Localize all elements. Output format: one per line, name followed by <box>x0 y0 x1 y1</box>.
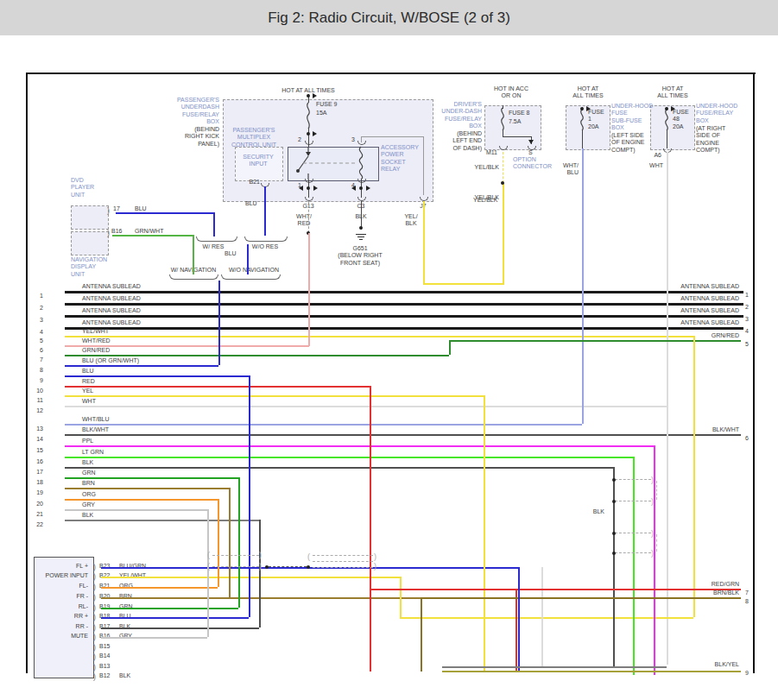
junction-dot <box>612 500 616 503</box>
wire-segment <box>101 597 421 599</box>
brace-w-navigation <box>169 274 218 280</box>
wire-segment <box>65 499 218 501</box>
wire-blk-mid: BLK <box>584 508 604 515</box>
power-pin-id: B13 <box>99 663 117 670</box>
wire-segment <box>101 617 249 619</box>
inline-connector-paren: ) <box>651 498 654 506</box>
page-title: Fig 2: Radio Circuit, W/BOSE (2 of 3) <box>0 0 778 35</box>
row-number: 3 <box>29 317 43 323</box>
wire-segment <box>249 375 250 617</box>
branch-wo-navigation: W/O NAVIGATION <box>215 267 293 274</box>
wire-segment <box>207 509 209 637</box>
wire-segment <box>421 597 741 599</box>
wire-segment <box>361 136 362 142</box>
row-number: 22 <box>29 521 43 527</box>
wire-segment <box>65 291 743 293</box>
wire-row-label: BLU <box>82 368 220 375</box>
power-pin-paren: ) <box>93 664 96 672</box>
wire-segment <box>213 212 215 236</box>
ground-bar-2 <box>357 236 364 237</box>
power-pin-paren: ) <box>93 573 96 581</box>
wire-segment <box>613 467 615 667</box>
wire-segment <box>308 233 310 346</box>
brace-wo-navigation <box>221 274 281 280</box>
fuse1-coil <box>577 110 587 130</box>
row-number: 16 <box>29 458 43 464</box>
wire-row-label: LT GRN <box>82 449 220 456</box>
inline-connector-paren: ) <box>259 552 262 559</box>
wire-wht-red: WHT/ RED <box>288 213 319 228</box>
wire-row-label: PPL <box>82 438 220 445</box>
arrow-right-icon <box>671 106 675 111</box>
right-tap-number: 9 <box>745 670 754 676</box>
right-tap-number: 3 <box>745 316 754 322</box>
wire-segment <box>442 671 741 672</box>
ground-g651-label: G651 (BELOW RIGHT FRONT SEAT) <box>326 245 395 267</box>
inline-connector-paren: ) <box>374 563 376 571</box>
right-tap-number: 4 <box>745 328 754 334</box>
wire-segment <box>65 488 229 489</box>
wire-segment <box>259 520 261 627</box>
wire-segment <box>247 244 249 274</box>
right-tap-number: 8 <box>745 598 754 604</box>
wire-row-label: BLK <box>82 459 220 466</box>
junction-dot <box>612 552 616 555</box>
wire-row-label: BLK/WHT <box>82 426 220 433</box>
right-tap-label: BLK/WHT <box>661 426 739 433</box>
row-number: 14 <box>29 436 43 442</box>
inline-connector-paren: ) <box>651 530 654 538</box>
inline-connector-paren: ) <box>651 476 654 484</box>
frame-left <box>26 73 28 673</box>
wire-segment <box>400 577 402 617</box>
wire-yel-blk-j7: YEL/ BLK <box>395 213 427 228</box>
wire-row-label: GRY <box>82 501 220 508</box>
right-tap-label: RED/GRN <box>661 581 739 588</box>
dvd-player-box <box>71 205 109 230</box>
wire-segment <box>503 136 531 137</box>
power-pin-wire: BLK <box>119 672 162 679</box>
security-input-label: SECURITY INPUT <box>237 154 280 168</box>
wire-segment <box>229 488 231 597</box>
wire-segment <box>421 597 422 672</box>
row-number: 7 <box>29 356 43 363</box>
junction-dot <box>612 478 616 482</box>
power-input-function: FR - <box>31 593 88 600</box>
wire-segment <box>693 336 695 617</box>
wire-yel-blk-3: YEL/BLK <box>473 197 503 204</box>
row-number: 2 <box>29 305 43 311</box>
row-number: 4 <box>29 329 43 335</box>
fuse8-coil <box>497 108 508 130</box>
row-number: 1 <box>29 293 43 299</box>
frame-right <box>753 73 755 673</box>
inline-connector-paren: ( <box>207 552 210 559</box>
wire-segment <box>442 666 667 668</box>
wire-segment <box>65 315 743 318</box>
brace-wo-res <box>244 236 288 242</box>
hot-in-acc-label: HOT IN ACC OR ON <box>477 85 546 100</box>
power-pin-paren: ) <box>93 673 96 681</box>
power-pin-id: B15 <box>99 643 117 650</box>
inline-connector-paren: ) <box>651 550 654 558</box>
arrow-right-icon <box>366 186 370 191</box>
wire-segment <box>65 477 238 479</box>
power-pin-paren: ) <box>93 624 96 632</box>
wire-segment <box>218 499 219 587</box>
hot-at-all-times-3: HOT AT ALL TIMES <box>645 85 700 100</box>
wire-segment <box>503 105 503 109</box>
fuse9-coil <box>303 103 313 129</box>
fuse9-amps: 15A <box>316 110 342 117</box>
wire-segment <box>193 235 194 274</box>
passenger-box-name: PASSENGER'S UNDERDASH FUSE/RELAY BOX <box>136 97 219 126</box>
wire-segment <box>65 457 633 458</box>
power-pin-paren: ) <box>93 594 96 602</box>
wire-segment <box>484 395 485 672</box>
wire-segment <box>65 365 218 367</box>
wire-segment <box>615 501 651 501</box>
junction-dot <box>665 107 668 110</box>
wire-segment <box>65 445 654 447</box>
power-input-function: POWER INPUT <box>31 572 88 579</box>
arrow-right-icon <box>586 106 591 111</box>
wire-segment <box>264 186 266 236</box>
wire-segment <box>238 477 240 608</box>
wire-segment <box>423 201 425 283</box>
